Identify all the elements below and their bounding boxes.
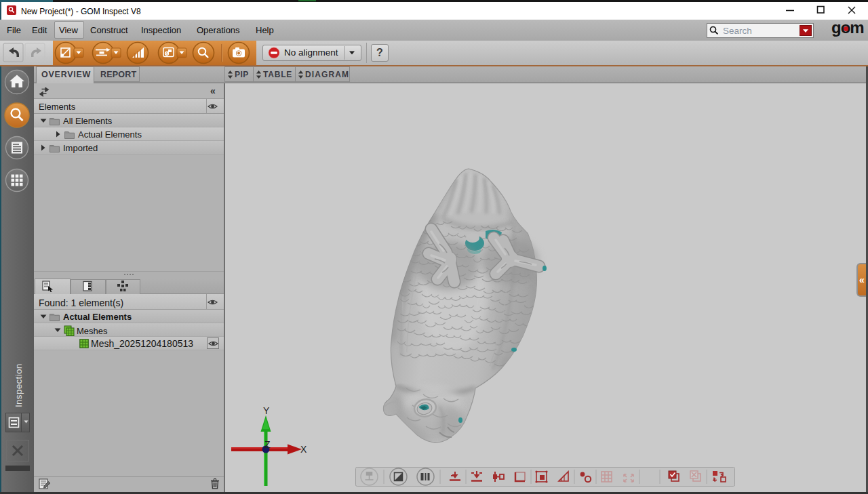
svg-text:X: X (300, 444, 307, 455)
svg-text:Z: Z (264, 439, 271, 450)
svg-text:Y: Y (263, 405, 270, 416)
